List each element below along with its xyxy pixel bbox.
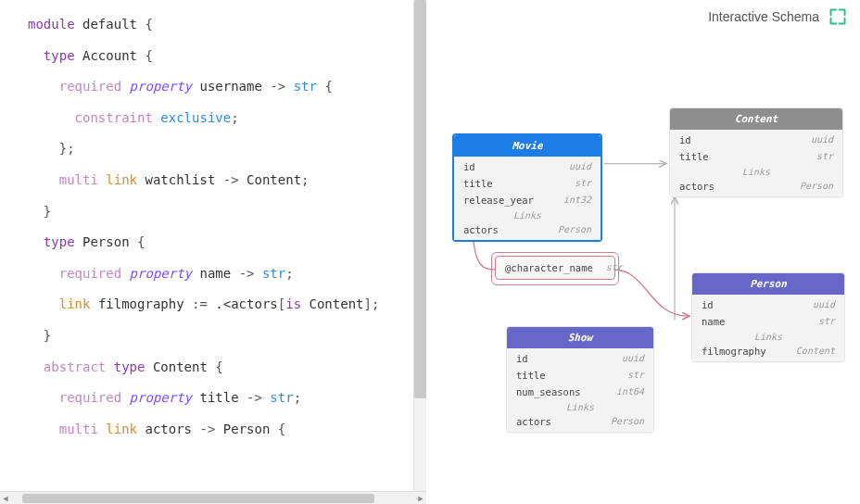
schema-pane: Interactive Schema Co: [426, 0, 860, 504]
code-editor[interactable]: module default { type Account { required…: [0, 0, 426, 491]
link-property-box[interactable]: @character_name str: [495, 256, 615, 280]
links-section-label: Links: [692, 330, 844, 343]
linkprop-type: str: [606, 262, 623, 273]
code-line: multi link watchlist -> Content;: [0, 165, 426, 196]
code-line: };: [0, 133, 426, 165]
code-pane: module default { type Account { required…: [0, 0, 426, 504]
code-line: }: [0, 196, 426, 228]
entity-title: Movie: [454, 135, 601, 157]
code-line: }: [0, 321, 426, 352]
code-line: link filmography := .<actors[is Content]…: [0, 289, 426, 321]
entity-show[interactable]: Show iduuidtitlestrnum_seasonsint64Links…: [506, 326, 654, 433]
code-line: abstract type Content {: [0, 352, 426, 384]
entity-title: Show: [507, 327, 653, 348]
entity-property-row: iduuid: [670, 132, 842, 148]
entity-property-row: release_yearint32: [454, 192, 601, 208]
entity-property-row: iduuid: [692, 296, 844, 313]
code-line: multi link actors -> Person {: [0, 414, 426, 446]
horizontal-scroll-thumb[interactable]: [22, 494, 374, 503]
links-section-label: Links: [670, 165, 842, 178]
scroll-right-arrow-icon[interactable]: ►: [415, 494, 426, 503]
entity-property-row: namestr: [692, 313, 844, 330]
code-line: type Account {: [0, 41, 426, 72]
horizontal-scrollbar[interactable]: ◄ ►: [0, 491, 426, 504]
entity-content[interactable]: Content iduuidtitlestrLinksactorsPerson: [669, 107, 843, 197]
code-line: constraint exclusive;: [0, 103, 426, 134]
entity-link-row: actorsPerson: [670, 178, 842, 195]
schema-title: Interactive Schema: [708, 9, 819, 24]
links-section-label: Links: [507, 400, 653, 413]
schema-canvas[interactable]: Content iduuidtitlestrLinksactorsPerson …: [439, 33, 847, 498]
expand-icon[interactable]: [828, 7, 847, 26]
code-line: module default {: [0, 9, 426, 41]
scroll-left-arrow-icon[interactable]: ◄: [0, 494, 11, 503]
code-line: required property name -> str;: [0, 258, 426, 290]
vertical-scroll-thumb[interactable]: [414, 0, 426, 398]
entity-property-row: titlestr: [454, 175, 601, 192]
vertical-scrollbar[interactable]: [413, 0, 426, 491]
entity-movie[interactable]: Movie iduuidtitlestrrelease_yearint32Lin…: [452, 133, 602, 242]
code-line: type Person {: [0, 227, 426, 258]
links-section-label: Links: [454, 208, 601, 221]
linkprop-name: @character_name: [505, 262, 593, 273]
entity-title: Content: [670, 108, 842, 130]
entity-property-row: titlestr: [670, 148, 842, 165]
entity-property-row: num_seasonsint64: [507, 384, 653, 400]
entity-link-row: actorsPerson: [507, 413, 653, 430]
entity-link-row: filmographyContent: [692, 343, 844, 359]
entity-property-row: titlestr: [507, 367, 653, 384]
entity-property-row: iduuid: [454, 158, 601, 175]
entity-title: Person: [692, 273, 844, 295]
code-line: required property username -> str {: [0, 71, 426, 103]
code-line: required property title -> str;: [0, 383, 426, 414]
entity-link-row: actorsPerson: [454, 221, 601, 238]
entity-property-row: iduuid: [507, 350, 653, 367]
entity-person[interactable]: Person iduuidnamestrLinksfilmographyCont…: [691, 272, 845, 362]
